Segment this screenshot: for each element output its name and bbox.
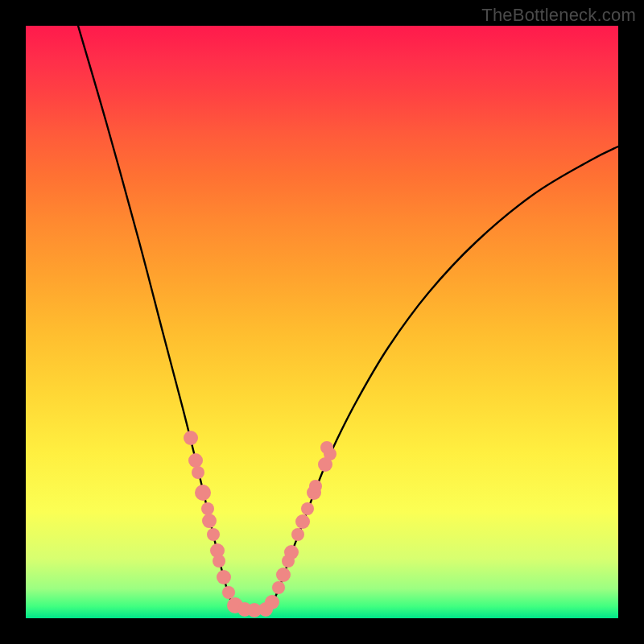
watermark-text: TheBottleneck.com <box>481 5 636 26</box>
scatter-dot <box>188 453 203 468</box>
scatter-dot <box>217 570 231 584</box>
scatter-dot <box>291 528 304 541</box>
scatter-dot <box>295 514 310 529</box>
scatter-dot <box>207 528 220 541</box>
scatter-dot <box>284 545 299 559</box>
scatter-dot <box>202 514 217 528</box>
scatter-dot <box>222 586 235 599</box>
scatter-dot <box>184 431 198 445</box>
bottleneck-curve-right <box>267 147 618 610</box>
scatter-dot <box>301 502 314 515</box>
scatter-points <box>184 431 336 617</box>
scatter-dot <box>201 502 214 515</box>
curve-layer <box>26 26 618 618</box>
scatter-dot <box>213 555 225 568</box>
plot-area <box>26 26 618 618</box>
scatter-dot <box>272 581 285 594</box>
scatter-dot <box>276 568 291 582</box>
scatter-dot <box>195 485 211 501</box>
scatter-dot <box>265 595 279 609</box>
scatter-dot <box>320 441 333 454</box>
scatter-dot <box>309 480 322 493</box>
chart-frame: TheBottleneck.com <box>0 0 644 644</box>
scatter-dot <box>192 466 204 479</box>
